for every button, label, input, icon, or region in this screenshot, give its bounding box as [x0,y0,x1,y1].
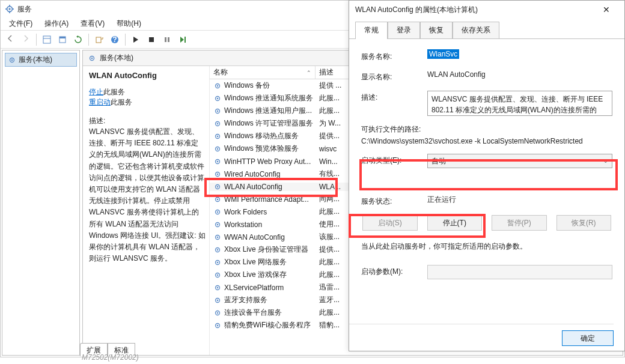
row-name: Xbox Live 网络服务 [224,257,287,267]
properties-dialog: WLAN AutoConfig 的属性(本地计算机) ✕ 常规 登录 恢复 依存… [349,0,625,351]
forward-button[interactable] [19,32,33,47]
gear-icon [213,208,222,216]
startup-type-select[interactable]: 自动 ⌄ [427,154,612,168]
row-name: WWAN AutoConfig [224,233,285,241]
tree-root-item[interactable]: 服务(本地) [5,53,77,67]
back-button[interactable] [3,32,17,47]
gear-icon [213,132,222,141]
chevron-down-icon: ⌄ [603,158,608,164]
restart-icon[interactable] [175,32,190,47]
row-name: WLAN AutoConfig [224,183,282,191]
svg-point-48 [217,249,219,250]
row-name: XLServicePlatform [224,284,284,292]
details-view-button[interactable] [40,32,54,47]
svg-point-58 [217,312,219,314]
resume-button[interactable]: 恢复(R) [556,215,612,231]
help-icon[interactable]: ? [108,32,122,47]
dialog-tabs: 常规 登录 恢复 依存关系 [349,21,624,39]
label-start-params: 启动参数(M): [361,265,427,277]
svg-point-38 [217,186,219,187]
stop-link[interactable]: 停止 [89,88,103,96]
dialog-footer: 确定 [349,324,614,346]
row-name: Windows 许可证管理器服务 [224,118,313,129]
svg-point-60 [217,324,219,326]
svg-rect-9 [59,37,66,38]
restart-suffix: 此服务 [111,98,132,106]
menu-help[interactable]: 帮助(H) [112,17,146,30]
gear-icon [213,183,222,191]
gear-icon [213,309,222,317]
detail-service-name: WLAN AutoConfig [89,71,206,80]
value-description[interactable]: WLANSVC 服务提供配置、发现、连接、断开与 IEEE 802.11 标准定… [427,91,612,116]
export-button[interactable] [92,32,106,47]
svg-point-32 [217,148,219,150]
value-service-name[interactable]: WlanSvc [427,49,459,59]
tab-dependencies[interactable]: 依存关系 [453,22,499,39]
control-buttons: 启动(S) 停止(T) 暂停(P) 恢复(R) [361,215,612,231]
svg-point-34 [217,160,219,162]
label-description: 描述: [361,91,427,103]
close-button[interactable]: ✕ [594,1,618,18]
sort-chevron-icon: ⌃ [306,70,311,76]
stop-icon[interactable] [144,32,159,47]
svg-point-42 [217,211,219,213]
menu-file[interactable]: 文件(F) [4,17,37,30]
col-header-name[interactable]: 名称⌃ [210,66,316,79]
gear-icon [8,56,16,64]
gear-icon [213,82,222,90]
row-name: Windows 推送通知系统服务 [224,93,313,103]
pause-button[interactable]: 暂停(P) [492,215,547,231]
row-name: Work Folders [224,208,267,216]
detail-desc-label: 描述: [89,116,206,126]
row-name: 连接设备平台服务 [224,308,282,318]
start-button[interactable]: 启动(S) [362,215,418,231]
row-name: Wired AutoConfig [224,170,280,178]
dialog-titlebar: WLAN AutoConfig 的属性(本地计算机) ✕ [349,1,624,19]
menu-view[interactable]: 查看(V) [76,17,109,30]
ok-button[interactable]: 确定 [562,330,614,346]
svg-point-52 [217,274,219,276]
detail-desc-text: WLANSVC 服务提供配置、发现、连接、断开与 IEEE 802.11 标准定… [89,126,206,264]
gear-icon [213,233,222,241]
row-name: Workstation [224,220,262,229]
refresh-button[interactable] [71,32,85,47]
start-params-input[interactable] [427,265,612,279]
svg-rect-14 [165,37,166,42]
svg-point-24 [217,97,219,99]
gear-icon [213,321,222,330]
row-name: WinHTTP Web Proxy Aut... [224,157,311,166]
label-service-name: 服务名称: [361,50,427,62]
tab-general[interactable]: 常规 [355,22,388,39]
detail-links: 停止此服务 重启动此服务 [89,87,206,108]
value-display-name: WLAN AutoConfig [427,70,612,79]
row-name: Xbox Live 身份验证管理器 [224,244,308,255]
stop-button[interactable]: 停止(T) [427,215,483,231]
play-icon[interactable] [129,32,143,47]
pane-header-label: 服务(本地) [100,53,133,63]
gear-icon [213,296,222,305]
properties-button[interactable] [55,32,70,47]
start-note: 当从此处启动服务时，你可指定所适用的启动参数。 [361,241,612,252]
gear-icon [213,246,222,254]
restart-link[interactable]: 重启动 [89,98,111,106]
value-status: 正在运行 [427,195,612,205]
tree-pane: 服务(本地) [2,50,80,356]
pause-icon[interactable] [160,32,174,47]
row-name: 蓝牙支持服务 [224,295,267,305]
svg-rect-15 [168,37,169,42]
footer-note: M72502(M72002) [82,353,139,362]
svg-point-20 [91,57,93,59]
menu-action[interactable]: 操作(A) [40,17,73,30]
gear-icon [213,157,222,166]
gear-icon [213,145,222,153]
gear-icon [213,220,222,229]
svg-point-40 [217,198,219,200]
label-exe-path: 可执行文件的路径: [361,124,612,135]
dialog-title: WLAN AutoConfig 的属性(本地计算机) [355,5,478,15]
row-name: WMI Performance Adapt... [224,195,309,204]
gear-icon [213,271,222,279]
tab-logon[interactable]: 登录 [388,22,420,39]
tab-recovery[interactable]: 恢复 [420,22,453,39]
svg-point-1 [8,8,11,10]
row-name: Windows 推送通知用户服... [224,106,312,116]
